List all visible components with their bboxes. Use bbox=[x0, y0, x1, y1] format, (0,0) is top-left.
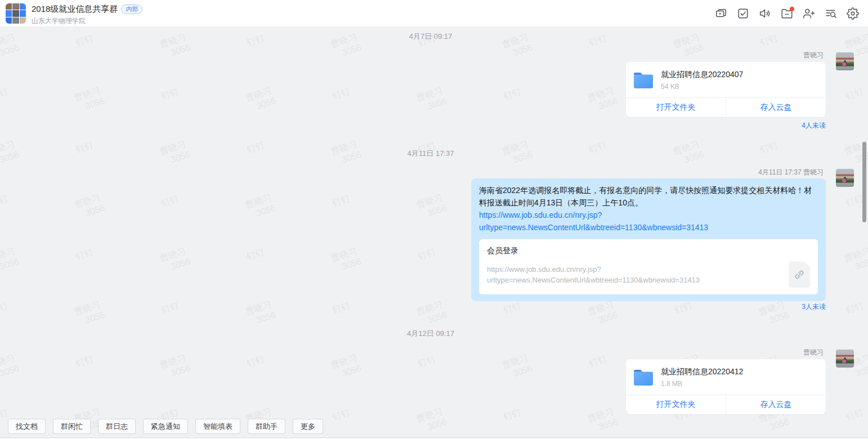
header-toolbar bbox=[715, 0, 859, 27]
internal-badge: 内部 bbox=[121, 5, 142, 14]
link-preview-card[interactable]: 会员登录 https://www.job.sdu.edu.cn/nry.jsp?… bbox=[479, 239, 818, 294]
chat-header: 2018级就业信息共享群 内部 山东大学物理学院 bbox=[0, 0, 868, 27]
link-card-url: https://www.job.sdu.edu.cn/nry.jsp? urlt… bbox=[487, 264, 781, 285]
link-card-title: 会员登录 bbox=[487, 246, 810, 256]
group-avatar[interactable] bbox=[6, 3, 26, 24]
file-message-card[interactable]: 就业招聘信息20220412 1.8 MB 打开文件夹 存入云盘 bbox=[626, 359, 826, 414]
open-folder-button[interactable]: 打开文件夹 bbox=[626, 395, 726, 414]
group-plugin-toolbar: 找文档 群闲忙 群日志 紧急通知 智能填表 群助手 更多 bbox=[8, 419, 323, 434]
toolbar-button-group-assistant[interactable]: 群助手 bbox=[248, 419, 285, 434]
toolbar-button-more[interactable]: 更多 bbox=[293, 419, 323, 434]
group-avatar-tile bbox=[20, 17, 26, 24]
group-avatar-tile bbox=[20, 3, 26, 10]
group-avatar-tile bbox=[12, 3, 19, 10]
folder-icon bbox=[633, 71, 654, 89]
timestamp-divider: 4月11日 17:37 bbox=[0, 149, 861, 159]
avatar[interactable] bbox=[836, 350, 854, 368]
unread-count[interactable]: 3人未读 bbox=[802, 302, 826, 312]
group-files-icon[interactable] bbox=[781, 7, 793, 20]
sender-name: 曹晓习 bbox=[803, 51, 824, 60]
file-size: 1.8 MB bbox=[661, 380, 743, 388]
file-message-card[interactable]: 就业招聘信息20220407 54 KB 打开文件夹 存入云盘 bbox=[626, 62, 826, 117]
message-bubble: 海南省2022年选调报名即将截止，有报名意向的同学，请尽快按照通知要求提交相关材… bbox=[471, 178, 826, 301]
file-size: 54 KB bbox=[661, 83, 743, 91]
sender-name: 曹晓习 bbox=[803, 348, 824, 357]
toolbar-button-group-log[interactable]: 群日志 bbox=[98, 419, 136, 434]
save-to-drive-button[interactable]: 存入云盘 bbox=[726, 395, 826, 414]
group-avatar-tile bbox=[6, 3, 12, 10]
message-link[interactable]: https://www.job.sdu.edu.cn/nry.jsp? urlt… bbox=[479, 209, 818, 234]
announcement-icon[interactable] bbox=[759, 7, 771, 20]
group-avatar-tile bbox=[12, 10, 19, 16]
video-meeting-icon[interactable] bbox=[715, 7, 727, 20]
toolbar-button-urgent-notice[interactable]: 紧急通知 bbox=[143, 419, 188, 434]
message-list: 曹晓习3056钉钉曹晓习3056钉钉曹晓习3056钉钉曹晓习3056钉钉曹晓习3… bbox=[0, 27, 868, 439]
group-title: 2018级就业信息共享群 bbox=[32, 4, 118, 15]
group-avatar-tile bbox=[20, 10, 26, 16]
group-avatar-tile bbox=[6, 17, 12, 24]
message-text: 海南省2022年选调报名即将截止，有报名意向的同学，请尽快按照通知要求提交相关材… bbox=[479, 184, 818, 209]
settings-icon[interactable] bbox=[847, 7, 859, 20]
unread-count[interactable]: 4人未读 bbox=[802, 121, 826, 131]
message-meta: 4月11日 17:37 曹晓习 bbox=[758, 168, 824, 177]
add-member-icon[interactable] bbox=[803, 7, 815, 20]
save-to-drive-button[interactable]: 存入云盘 bbox=[726, 98, 826, 117]
toolbar-button-smart-form[interactable]: 智能填表 bbox=[195, 419, 240, 434]
timestamp-divider: 4月7日 09:17 bbox=[0, 32, 861, 42]
folder-icon bbox=[633, 369, 654, 386]
toolbar-button-group-status[interactable]: 群闲忙 bbox=[53, 419, 91, 434]
link-icon bbox=[789, 262, 810, 288]
file-name: 就业招聘信息20220407 bbox=[661, 70, 743, 80]
group-avatar-tile bbox=[12, 17, 19, 24]
notification-dot bbox=[790, 7, 794, 11]
group-subtitle: 山东大学物理学院 bbox=[32, 16, 142, 26]
toolbar-button-find-docs[interactable]: 找文档 bbox=[8, 419, 46, 434]
avatar[interactable] bbox=[836, 52, 854, 70]
group-avatar-tile bbox=[6, 10, 12, 16]
file-name: 就业招聘信息20220412 bbox=[661, 367, 743, 377]
open-folder-button[interactable]: 打开文件夹 bbox=[626, 98, 726, 117]
search-history-icon[interactable] bbox=[825, 7, 837, 20]
scrollbar-thumb[interactable] bbox=[862, 142, 866, 222]
timestamp-divider: 4月12日 09:17 bbox=[0, 329, 861, 339]
task-icon[interactable] bbox=[737, 7, 749, 20]
avatar[interactable] bbox=[836, 169, 854, 187]
